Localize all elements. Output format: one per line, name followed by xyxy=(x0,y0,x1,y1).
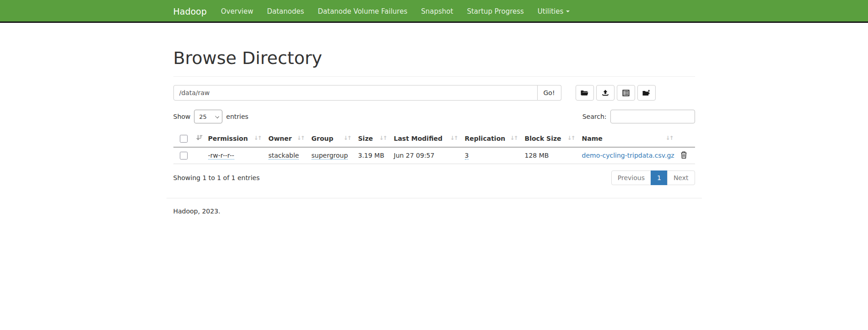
sort-icon: ↓↑ xyxy=(343,135,350,141)
pagination-previous[interactable]: Previous xyxy=(611,170,651,185)
upload-files-button[interactable] xyxy=(596,85,615,101)
column-header-size[interactable]: Size ↓↑ xyxy=(355,131,390,147)
cell-group[interactable]: supergroup xyxy=(312,152,348,160)
main-content: Browse Directory Go! xyxy=(167,48,702,215)
table-row: -rw-r--r-- stackable supergroup 3.19 MB … xyxy=(173,147,695,164)
table-controls: Show 25 entries Search: xyxy=(173,110,695,123)
go-button[interactable]: Go! xyxy=(538,85,561,101)
entries-label: entries xyxy=(226,113,248,120)
nav-item-overview[interactable]: Overview xyxy=(214,0,260,23)
nav-item-utilities[interactable]: Utilities xyxy=(531,0,577,23)
cell-last-modified: Jun 27 09:57 xyxy=(394,152,435,159)
sort-icon: ↓↑ xyxy=(253,135,261,141)
footer-divider xyxy=(167,198,702,198)
cell-replication[interactable]: 3 xyxy=(465,152,469,160)
folder-open-icon xyxy=(581,90,588,96)
nav-item-startup-progress[interactable]: Startup Progress xyxy=(460,0,530,23)
search-input[interactable] xyxy=(610,110,695,123)
sort-icon: ↓↑ xyxy=(450,135,457,141)
nav-item-snapshot[interactable]: Snapshot xyxy=(414,0,460,23)
pagination: Previous 1 Next xyxy=(611,170,695,185)
nav-item-datanodes[interactable]: Datanodes xyxy=(260,0,311,23)
heading-divider xyxy=(173,76,695,77)
sort-amount-icon xyxy=(196,134,203,143)
cell-size: 3.19 MB xyxy=(358,152,384,159)
page-size-select[interactable]: 25 xyxy=(194,110,222,123)
brand-hadoop[interactable]: Hadoop xyxy=(173,6,207,16)
page-title: Browse Directory xyxy=(173,48,695,68)
column-header-owner[interactable]: Owner ↓↑ xyxy=(265,131,308,147)
sort-icon: ↓↑ xyxy=(297,135,304,141)
create-directory-button[interactable] xyxy=(576,85,594,101)
column-header-group[interactable]: Group ↓↑ xyxy=(308,131,355,147)
column-header-block-size[interactable]: Block Size ↓↑ xyxy=(521,131,578,147)
navbar-menu: Overview Datanodes Datanode Volume Failu… xyxy=(214,0,577,23)
search-label: Search: xyxy=(582,113,607,120)
entries-info: Showing 1 to 1 of 1 entries xyxy=(173,174,260,181)
column-header-last-modified[interactable]: Last Modified ↓↑ xyxy=(390,131,461,147)
footer-text: Hadoop, 2023. xyxy=(173,208,702,215)
trash-icon xyxy=(680,153,687,160)
table-footer: Showing 1 to 1 of 1 entries Previous 1 N… xyxy=(173,170,695,185)
row-checkbox[interactable] xyxy=(180,152,188,160)
column-header-name[interactable]: Name ↓↑ xyxy=(578,131,677,147)
cell-block-size: 128 MB xyxy=(525,152,549,159)
header-select-all[interactable] xyxy=(173,131,205,147)
folder-transfer-icon xyxy=(642,90,650,96)
path-input-group: Go! xyxy=(173,85,561,101)
cloud-upload-icon xyxy=(602,90,609,96)
show-label: Show xyxy=(173,113,191,120)
directory-path-input[interactable] xyxy=(173,85,538,101)
column-header-actions xyxy=(677,131,695,147)
column-header-replication[interactable]: Replication ↓↑ xyxy=(461,131,521,147)
pagination-next[interactable]: Next xyxy=(667,170,695,185)
file-name-link[interactable]: demo-cycling-tripdata.csv.gz xyxy=(582,152,674,159)
sort-icon: ↓↑ xyxy=(567,135,574,141)
path-bar: Go! xyxy=(173,85,695,101)
sort-icon: ↓↑ xyxy=(665,135,673,141)
caret-down-icon xyxy=(566,11,570,12)
column-header-permission[interactable]: Permission ↓↑ xyxy=(205,131,265,147)
top-navbar: Hadoop Overview Datanodes Datanode Volum… xyxy=(0,0,868,23)
page-length-control: Show 25 entries xyxy=(173,110,248,123)
pagination-page-1[interactable]: 1 xyxy=(651,170,668,185)
list-alt-icon xyxy=(622,90,630,96)
sort-icon: ↓↑ xyxy=(510,135,517,141)
page-footer: Hadoop, 2023. xyxy=(167,198,702,215)
select-all-checkbox[interactable] xyxy=(180,135,188,143)
cell-owner[interactable]: stackable xyxy=(269,152,299,160)
cut-paste-button[interactable] xyxy=(617,85,635,101)
directory-table: Permission ↓↑ Owner ↓↑ Group ↓↑ Size ↓↑ … xyxy=(173,131,695,164)
nav-item-datanode-volume-failures[interactable]: Datanode Volume Failures xyxy=(311,0,415,23)
move-folder-button[interactable] xyxy=(637,85,656,101)
sort-icon: ↓↑ xyxy=(379,135,386,141)
table-header-row: Permission ↓↑ Owner ↓↑ Group ↓↑ Size ↓↑ … xyxy=(173,131,695,147)
delete-file-button[interactable] xyxy=(680,151,687,160)
table-search: Search: xyxy=(582,110,695,123)
directory-action-buttons xyxy=(576,85,658,101)
cell-permission[interactable]: -rw-r--r-- xyxy=(208,152,234,160)
